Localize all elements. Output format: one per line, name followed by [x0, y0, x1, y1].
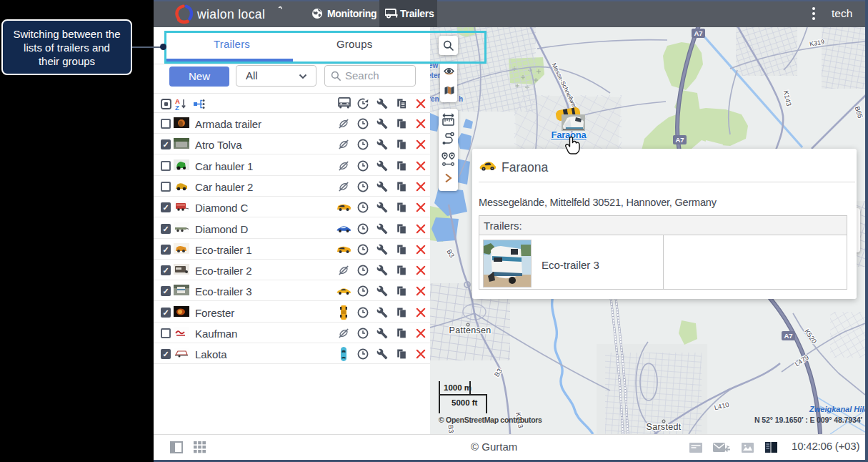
svg-text:Z: Z — [175, 104, 179, 111]
svg-text:A7: A7 — [675, 136, 684, 144]
svg-text:A7: A7 — [694, 29, 702, 37]
svg-text:h: h — [459, 95, 463, 103]
svg-text:Pattensen: Pattensen — [449, 325, 492, 335]
svg-text:A7: A7 — [784, 332, 792, 340]
svg-text:ren: ren — [430, 95, 439, 103]
svg-text:Sarstedt: Sarstedt — [647, 422, 682, 432]
svg-text:B3: B3 — [447, 424, 456, 433]
svg-text:wialon local: wialon local — [196, 7, 265, 21]
